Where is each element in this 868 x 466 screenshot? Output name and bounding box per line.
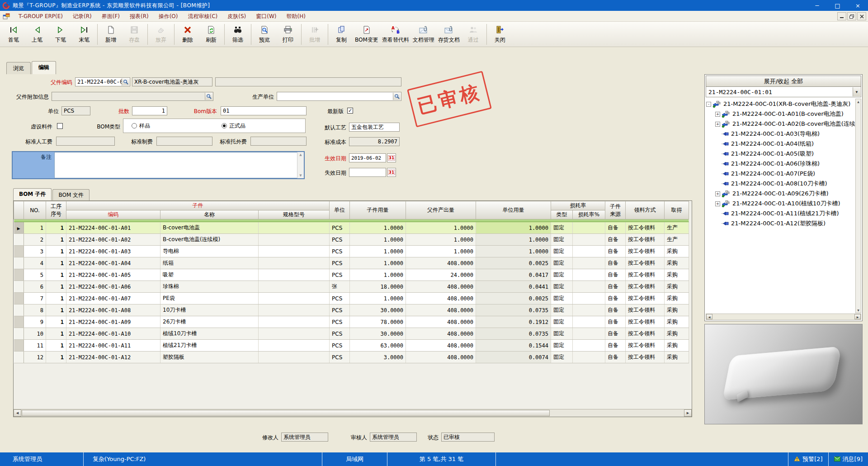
tree-expander[interactable]: - bbox=[706, 102, 711, 107]
grid-hscroll-thumb[interactable] bbox=[22, 410, 550, 416]
refresh-button[interactable]: 刷新 bbox=[199, 23, 223, 46]
tree-node[interactable]: 21-M2224-00C-01-A04(纸箱) bbox=[706, 139, 855, 149]
preview-button[interactable]: 预览 bbox=[253, 23, 276, 46]
latest-version-checkbox[interactable]: ✓ bbox=[347, 108, 353, 114]
tab-browse[interactable]: 浏览 bbox=[6, 62, 31, 74]
bom-version-field[interactable]: 01 bbox=[221, 106, 307, 115]
menu-item[interactable]: 报表(R) bbox=[125, 11, 154, 22]
menu-item[interactable]: 帮助(H) bbox=[281, 11, 310, 22]
table-row[interactable]: 7 1 21-M2224-00C-01-A07 PE袋 PCS 1.0000 4… bbox=[14, 293, 689, 304]
first-record-button[interactable]: 首笔 bbox=[2, 23, 25, 46]
remark-scrollbar[interactable]: ▲▼ bbox=[297, 152, 304, 178]
delete-button[interactable]: 删除 bbox=[176, 23, 199, 46]
table-row[interactable]: 1 1 21-M2224-00C-01-A01 B-cover电池盖 PCS 1… bbox=[14, 222, 689, 234]
bom-version-selector[interactable]: 21-M2224-00C-01:01 ▼ bbox=[706, 87, 861, 97]
col-unit[interactable]: 单位 bbox=[330, 201, 350, 219]
tree-expander[interactable]: + bbox=[715, 201, 720, 206]
table-row[interactable]: 6 1 21-M2224-00C-01-A06 珍珠棉 张 18.0000 40… bbox=[14, 281, 689, 293]
menu-item[interactable]: 流程审核(C) bbox=[183, 11, 223, 22]
close-form-button[interactable]: 关闭 bbox=[488, 23, 512, 46]
print-button[interactable]: 打印 bbox=[276, 23, 300, 46]
lookup-icon[interactable] bbox=[122, 78, 129, 86]
table-row[interactable]: 12 1 21-M2224-00C-01-A12 塑胶隔板 PCS 3.0000… bbox=[14, 352, 689, 363]
table-row[interactable]: 11 1 21-M2224-00C-01-A11 植绒21刀卡槽 PCS 63.… bbox=[14, 340, 689, 352]
discard-button[interactable]: 放弃 bbox=[149, 23, 173, 46]
expire-calendar-button[interactable]: 31 bbox=[387, 168, 396, 177]
col-acquire[interactable]: 取得 bbox=[665, 201, 689, 219]
filter-button[interactable]: 筛选 bbox=[226, 23, 250, 46]
tree-expander[interactable] bbox=[715, 221, 720, 226]
scroll-left-icon[interactable]: ◀ bbox=[706, 314, 712, 319]
lookup-icon[interactable] bbox=[393, 93, 401, 100]
menu-item[interactable]: 界面(F) bbox=[97, 11, 125, 22]
tree-node[interactable]: 21-M2224-00C-01-A07(PE袋) bbox=[706, 169, 855, 179]
col-no[interactable]: NO. bbox=[24, 201, 46, 219]
tree-node[interactable]: + 21-M2224-00C-01-A10(植绒10刀卡槽) bbox=[706, 199, 855, 209]
next-record-button[interactable]: 下笔 bbox=[49, 23, 72, 46]
expire-date-field[interactable] bbox=[349, 168, 386, 177]
inventory-doc-button[interactable]: 存货文档 bbox=[436, 23, 462, 46]
col-code[interactable]: 编码 bbox=[66, 210, 160, 219]
menu-item[interactable]: 窗口(W) bbox=[251, 11, 281, 22]
tree-node[interactable]: 21-M2224-00C-01-A06(珍珠棉) bbox=[706, 159, 855, 169]
tree-expander[interactable] bbox=[715, 152, 720, 157]
effective-date-field[interactable]: 2019-06-02 bbox=[349, 153, 386, 162]
table-row[interactable]: 10 1 21-M2224-00C-01-A10 植绒10刀卡槽 PCS 30.… bbox=[14, 328, 689, 340]
lookup-icon[interactable] bbox=[205, 93, 212, 100]
tree-node[interactable]: 21-M2224-00C-01-A12(塑胶隔板) bbox=[706, 219, 855, 228]
menu-item[interactable]: 操作(O) bbox=[154, 11, 183, 22]
table-row[interactable]: 2 1 21-M2224-00C-01-A02 B-cover电池盖(连续模) … bbox=[14, 234, 689, 246]
col-unit-usage[interactable]: 单位用量 bbox=[476, 201, 551, 219]
mdi-restore-button[interactable] bbox=[847, 12, 856, 20]
expand-collapse-all-button[interactable]: 展开/收起 全部 bbox=[706, 76, 861, 87]
mdi-close-button[interactable] bbox=[857, 12, 866, 20]
tree-node[interactable]: - 21-M2224-00C-01(XR-B-cover电池盖-奥迪灰) bbox=[706, 99, 855, 109]
table-row[interactable]: 9 1 21-M2224-00C-01-A09 26刀卡槽 PCS 78.000… bbox=[14, 316, 689, 328]
grid-hscrollbar[interactable]: ◀ ▶ bbox=[14, 409, 692, 417]
tree-vscrollbar[interactable]: ▲▼ bbox=[855, 99, 861, 313]
col-issue-method[interactable]: 领料方式 bbox=[626, 201, 665, 219]
minimize-button[interactable]: ─ bbox=[807, 0, 827, 11]
menu-item[interactable]: 皮肤(S) bbox=[222, 11, 251, 22]
table-row[interactable]: 3 1 21-M2224-00C-01-A03 导电棉 PCS 1.0000 1… bbox=[14, 246, 689, 257]
bom-type-sample-option[interactable]: 样品 bbox=[132, 122, 150, 130]
tree-expander[interactable] bbox=[715, 181, 720, 186]
scroll-right-icon[interactable]: ▶ bbox=[854, 314, 861, 319]
maximize-button[interactable]: □ bbox=[827, 0, 848, 11]
document-manage-button[interactable]: 文档管理 bbox=[411, 23, 436, 46]
col-source[interactable]: 子件来源 bbox=[605, 201, 626, 219]
tree-expander[interactable]: + bbox=[715, 191, 720, 196]
tree-expander[interactable] bbox=[715, 211, 720, 216]
col-parent-output[interactable]: 父件产出量 bbox=[406, 201, 476, 219]
table-row[interactable]: 5 1 21-M2224-00C-01-A05 吸塑 PCS 1.0000 24… bbox=[14, 269, 689, 281]
statusbar-alerts[interactable]: 预警[2] bbox=[788, 452, 828, 466]
tree-expander[interactable] bbox=[715, 132, 720, 137]
bom-type-formal-option[interactable]: 正式品 bbox=[222, 122, 245, 130]
tree-hscrollbar[interactable]: ◀ ▶ bbox=[706, 314, 861, 320]
scroll-right-icon[interactable]: ▶ bbox=[684, 409, 692, 417]
scroll-left-icon[interactable]: ◀ bbox=[14, 409, 21, 417]
statusbar-messages[interactable]: 消息[9] bbox=[828, 452, 868, 466]
batch-field[interactable]: 1 bbox=[132, 106, 167, 115]
menu-item[interactable]: T-GROUP ERP(E) bbox=[14, 11, 68, 22]
tree-node[interactable]: + 21-M2224-00C-01-A02(B-cover电池盖(连续模) bbox=[706, 119, 855, 129]
table-row[interactable]: 4 1 21-M2224-00C-01-A04 纸箱 PCS 1.0000 40… bbox=[14, 257, 689, 269]
tree-expander[interactable] bbox=[715, 171, 720, 176]
batch-add-button[interactable]: 批增 bbox=[303, 23, 326, 46]
col-seq[interactable]: 工序序号 bbox=[46, 201, 66, 219]
col-name[interactable]: 名称 bbox=[160, 210, 259, 219]
tree-node[interactable]: + 21-M2224-00C-01-A09(26刀卡槽) bbox=[706, 189, 855, 199]
production-unit-field[interactable] bbox=[277, 92, 401, 101]
tree-node[interactable]: + 21-M2224-00C-01-A01(B-cover电池盖) bbox=[706, 109, 855, 119]
bom-change-button[interactable]: BOM变更 bbox=[353, 23, 380, 46]
tree-node[interactable]: 21-M2224-00C-01-A03(导电棉) bbox=[706, 129, 855, 139]
mdi-minimize-button[interactable] bbox=[837, 12, 846, 20]
tree-node[interactable]: 21-M2224-00C-01-A05(吸塑) bbox=[706, 149, 855, 159]
remark-textarea[interactable] bbox=[54, 152, 304, 178]
default-process-field[interactable]: 五金包装工艺 bbox=[349, 123, 400, 132]
copy-button[interactable]: 复制 bbox=[330, 23, 353, 46]
tab-edit[interactable]: 编辑 bbox=[32, 61, 56, 74]
close-button[interactable]: × bbox=[848, 0, 868, 11]
col-loss-rate[interactable]: 损耗率% bbox=[573, 210, 605, 219]
view-substitute-button[interactable]: AB查看替代料 bbox=[380, 23, 411, 46]
